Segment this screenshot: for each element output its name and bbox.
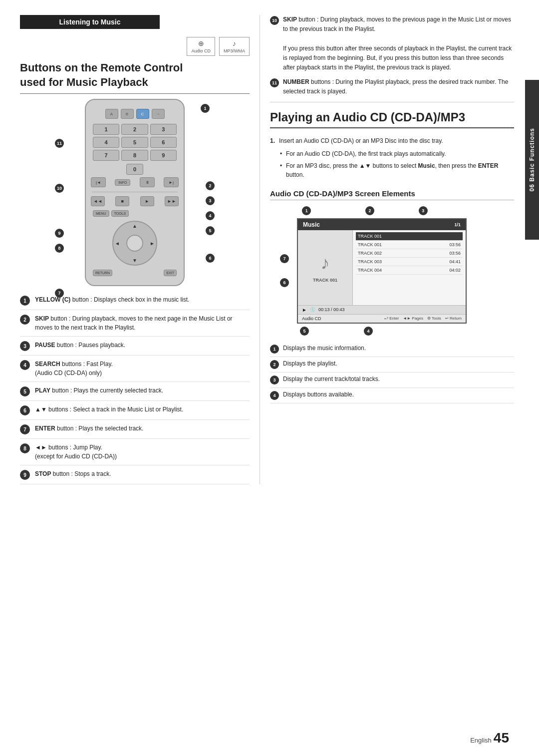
- screen-area: 1 2 3 7 6 Music 1/1 ♪: [280, 206, 470, 336]
- screen-desc-num-3: 3: [270, 376, 279, 384]
- menu-row: MENU TOOLS: [86, 208, 184, 219]
- audio-cd-symbol: ⊕: [198, 39, 204, 47]
- desc-item-4: 4 SEARCH buttons : Fast Play.(Audio CD (…: [20, 356, 250, 382]
- desc-item-3: 3 PAUSE button : Pauses playback.: [20, 337, 250, 356]
- music-screen-footer: Audio CD ⮐ Enter ◄► Pages ⚙ Tools ↩ Retu…: [298, 314, 466, 323]
- btn-9[interactable]: 9: [150, 150, 177, 161]
- desc-num-3: 3: [20, 341, 30, 351]
- track-row-5: TRACK 004 04:02: [356, 266, 463, 275]
- audio-cd-label: Audio CD: [191, 48, 211, 53]
- track-row-1: TRACK 001: [356, 232, 463, 241]
- screen-desc-num-1: 1: [270, 345, 279, 354]
- left-section-title: Buttons on the Remote Control used for M…: [20, 61, 250, 94]
- numbered-steps: 1. Insert an Audio CD (CD-DA) or an MP3 …: [270, 136, 514, 179]
- step-num-1: 1.: [270, 136, 275, 145]
- callout-ref-11: 11: [270, 78, 279, 87]
- desc-text-8: ◄► buttons : Jump Play.(except for Audio…: [35, 443, 250, 461]
- screen-section-title: Audio CD (CD-DA)/MP3 Screen Elements: [270, 189, 514, 200]
- media-icons: ⊕ Audio CD ♪ MP3/WMA: [20, 37, 250, 56]
- desc-num-4: 4: [20, 360, 30, 370]
- footer-btn-return: ↩ Return: [445, 316, 462, 321]
- track-name-4: TRACK 003: [358, 259, 382, 264]
- btn-8[interactable]: 8: [121, 150, 148, 161]
- remote-diagram-wrapper: 1 2 3 4 5 6 7 8 9 10 11 A: [55, 99, 215, 286]
- footer-label: English: [470, 737, 492, 744]
- btn-6[interactable]: 6: [150, 137, 177, 148]
- track-name-1: TRACK 001: [358, 234, 382, 239]
- music-left-panel: ♪ TRACK 001: [298, 230, 353, 305]
- arrow-up: ▲: [132, 223, 137, 229]
- btn-ffwd[interactable]: ►►: [165, 196, 179, 206]
- screen-desc-3: 3 Display the current track/total tracks…: [270, 373, 514, 388]
- btn-a[interactable]: A: [105, 109, 118, 119]
- playback-time: 00:13 / 00:43: [318, 307, 345, 312]
- screen-desc-text-2: Displays the playlist.: [283, 360, 337, 367]
- bottom-callouts: 5 4: [280, 324, 470, 336]
- info-row: |◄ INFO ⏸ ►|: [86, 175, 184, 190]
- footer-btn-tools: ⚙ Tools: [427, 316, 441, 321]
- btn-exit[interactable]: EXIT: [164, 270, 177, 276]
- music-note-icon: ♪: [321, 253, 330, 274]
- section-header: Listening to Music: [20, 15, 160, 29]
- desc-item-1: 1 YELLOW (C) button : Displays check box…: [20, 291, 250, 310]
- numpad: 1 2 3 4 5 6 7 8 9: [86, 122, 184, 163]
- track-time-3: 03:56: [449, 251, 461, 256]
- btn-2[interactable]: 2: [121, 124, 148, 135]
- desc-item-6: 6 ▲▼ buttons : Select a track in the Mus…: [20, 401, 250, 420]
- callout-ref-10: 10: [270, 16, 279, 25]
- btn-next-track[interactable]: ►|: [164, 177, 179, 187]
- track-name-2: TRACK 001: [358, 242, 382, 247]
- desc-item-8: 8 ◄► buttons : Jump Play.(except for Aud…: [20, 439, 250, 465]
- desc-item-9: 9 STOP button : Stops a track.: [20, 465, 250, 484]
- mp3-label: MP3/WMA: [224, 48, 245, 53]
- btn-play[interactable]: ►: [140, 196, 154, 206]
- screen-desc-4: 4 Displays buttons available.: [270, 388, 514, 403]
- btn-1[interactable]: 1: [93, 124, 119, 135]
- btn-7[interactable]: 7: [93, 150, 119, 161]
- skip-section: 10 SKIP button : During playback, moves …: [270, 15, 514, 102]
- desc-num-1: 1: [20, 296, 30, 306]
- top-callouts: 1 2 3: [280, 206, 450, 218]
- screen-desc-text-3: Display the current track/total tracks.: [283, 376, 380, 382]
- track-time-2: 03:56: [449, 242, 461, 247]
- btn-c[interactable]: C: [136, 109, 149, 119]
- skip-text-10: SKIP button : During playback, moves to …: [283, 15, 514, 72]
- track-name-3: TRACK 002: [358, 251, 382, 256]
- step-text-1: Insert an Audio CD (CD-DA) or an MP3 Dis…: [279, 136, 443, 145]
- desc-num-8: 8: [20, 443, 30, 453]
- callout-4: 4: [206, 211, 215, 220]
- btn-return[interactable]: RETURN: [93, 270, 112, 276]
- btn-b[interactable]: B: [121, 109, 134, 119]
- btn-pause-small[interactable]: ⏸: [140, 177, 155, 187]
- track-time-4: 04:41: [449, 259, 461, 264]
- screen-row: 7 6 Music 1/1 ♪ TRACK 001: [280, 218, 470, 324]
- btn-tools[interactable]: TOOLS: [111, 210, 129, 217]
- number-item-11: 11 NUMBER buttons : During the Playlist …: [270, 77, 514, 96]
- btn-info[interactable]: INFO: [115, 179, 130, 186]
- btn-prev-track[interactable]: |◄: [91, 177, 106, 187]
- desc-text-3: PAUSE button : Pauses playback.: [35, 341, 250, 350]
- btn-menu[interactable]: MENU: [93, 210, 109, 217]
- btn-rewind[interactable]: ◄◄: [91, 196, 105, 206]
- bullet-list: For an Audio CD (CD-DA), the first track…: [280, 149, 514, 179]
- circle-nav[interactable]: ▲ ▼ ◄ ►: [112, 221, 157, 266]
- desc-text-7: ENTER button : Plays the selected track.: [35, 424, 250, 433]
- callout-10: 10: [55, 184, 64, 193]
- left-column: Listening to Music ⊕ Audio CD ♪ MP3/WMA …: [20, 15, 250, 484]
- desc-num-7: 7: [20, 424, 30, 434]
- audio-cd-icon-box: ⊕ Audio CD: [187, 37, 215, 56]
- btn-3[interactable]: 3: [150, 124, 177, 135]
- disc-label: Audio CD: [302, 316, 321, 321]
- btn-arrow[interactable]: →: [152, 109, 165, 119]
- btn-stop[interactable]: ■: [115, 196, 129, 206]
- btn-4[interactable]: 4: [93, 137, 119, 148]
- desc-num-2: 2: [20, 315, 30, 325]
- btn-5[interactable]: 5: [121, 137, 148, 148]
- zero-row: 0: [86, 164, 184, 175]
- play-icon: ►: [302, 307, 307, 313]
- bottom-row: RETURN EXIT: [86, 268, 184, 278]
- screen-page: 1/1: [454, 222, 461, 227]
- btn-0[interactable]: 0: [126, 164, 143, 175]
- music-right-panel: TRACK 001 TRACK 001 03:56 TRACK 002 03:5…: [353, 230, 466, 305]
- track-row-3: TRACK 002 03:56: [356, 249, 463, 258]
